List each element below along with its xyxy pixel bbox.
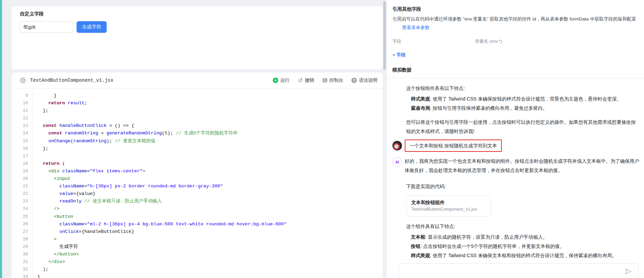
code-line: 17 — [12, 153, 383, 160]
run-button[interactable]: 运行 — [273, 77, 290, 83]
component-file-card[interactable]: 文本和按钮组件 TextAndButtonComponent_v1.jsx — [406, 195, 491, 216]
code-editor-header: TextAndButtonComponent_v1.jsx 运行 ↺ 撤销 控制… — [12, 72, 383, 89]
custom-field-label: 自定义字段 — [20, 11, 375, 17]
console-button[interactable]: 控制台 — [322, 77, 344, 83]
ai-message-row: AI 好的，我将为您实现一个包含文本框和按钮的组件。按钮点击时会随机生成字符并填… — [392, 157, 640, 175]
line-number: 12 — [12, 115, 32, 122]
mock-data-title: 模拟数据 — [392, 67, 638, 73]
code-line: 12 — [12, 115, 383, 122]
ai-message-bullet: 紧凑布局: 按钮与引用字段保持紧凑的横向布局，避免过多留白。 — [411, 104, 640, 113]
syntax-help-button[interactable]: ? 语法说明 — [351, 77, 377, 83]
undo-icon: ↺ — [298, 78, 303, 83]
chat-composer — [399, 263, 639, 278]
fields-table-header: 字段 变量名 (env.*) — [392, 38, 638, 44]
line-number: 17 — [12, 153, 32, 160]
line-number: 16 — [12, 145, 32, 153]
line-number: 31 — [12, 258, 32, 266]
line-number: 33 — [12, 273, 32, 278]
ai-message-features-intro: 这个组件具有以下特点: — [406, 222, 640, 231]
code-line: 13 const handleButtonClick = () => { — [12, 122, 383, 130]
line-number: 26 — [12, 221, 32, 228]
line-number: 10 — [12, 100, 32, 107]
code-line: 25 <button — [12, 213, 383, 221]
line-number: 19 — [12, 168, 32, 175]
custom-field-card: 自定义字段 生成字符 — [12, 6, 383, 69]
question-icon: ? — [351, 78, 357, 83]
column-variable: 变量名 (env.*) — [475, 38, 502, 44]
line-number: 21 — [12, 183, 32, 190]
code-line: 14 const randomString = generateRandomSt… — [12, 130, 383, 137]
line-number: 30 — [12, 251, 32, 258]
line-number: 22 — [12, 190, 32, 198]
code-line: 33} — [12, 273, 383, 278]
undo-button[interactable]: ↺ 撤销 — [298, 77, 314, 83]
line-number: 13 — [12, 122, 32, 130]
code-line: 32 ); — [12, 266, 383, 273]
code-line: 19 <div className="flex items-center"> — [12, 168, 383, 175]
add-field-button[interactable]: + 字段 — [392, 52, 638, 58]
code-line: 15 onChange(randomString); // 更新文本框的值 — [12, 137, 383, 145]
code-line: 23 readOnly // 使文本框只读，防止用户手动输入 — [12, 198, 383, 205]
line-number: 20 — [12, 175, 32, 183]
code-line: 22 value={value} — [12, 190, 383, 198]
line-number: 27 — [12, 228, 32, 236]
column-field: 字段 — [392, 39, 401, 44]
code-line: 28 > — [12, 236, 383, 243]
line-number: 11 — [12, 107, 32, 115]
generate-chars-button[interactable]: 生成字符 — [77, 21, 107, 33]
ai-message-bullet: 文本框: 显示生成的随机字符，设置为只读，防止用户手动输入。 — [411, 233, 640, 242]
line-number: 28 — [12, 236, 32, 243]
ai-message-bullet: 样式美观: 使用了 Tailwind CSS 来确保文本框和按钮的样式符合设计规… — [411, 251, 640, 260]
line-number: 23 — [12, 198, 32, 205]
line-number: 29 — [12, 243, 32, 251]
code-filename: TextAndButtonComponent_v1.jsx — [30, 78, 113, 83]
code-line: 30 </button> — [12, 251, 383, 258]
chat-input[interactable] — [403, 266, 622, 278]
send-icon[interactable] — [625, 268, 632, 277]
code-line: 9 } — [12, 92, 383, 100]
code-line: 21 className="h-[36px] px-2 border round… — [12, 183, 383, 190]
reference-fields-description: 引用后可以在代码中通过环境参数 "env.变量名" 获取其他字段的控件 id，再… — [392, 16, 638, 23]
left-accent-strip — [0, 0, 2, 278]
ai-message-code-intro: 下面是实现的代码: — [406, 182, 640, 191]
code-line: 24 /> — [12, 205, 383, 213]
custom-field-input[interactable] — [20, 21, 73, 33]
code-line: 27 onClick={handleButtonClick} — [12, 228, 383, 236]
code-editor-card: TextAndButtonComponent_v1.jsx 运行 ↺ 撤销 控制… — [12, 72, 383, 278]
line-number: 15 — [12, 137, 32, 145]
ai-message-outro: 您可以将这个按钮与引用字段一起使用，点击按钮时可以执行您定义的操作。如果您有其他… — [406, 118, 640, 136]
code-line: 16 }; — [12, 145, 383, 153]
line-number: 32 — [12, 266, 32, 273]
code-line: 10 return result; — [12, 100, 383, 107]
view-form-params-link[interactable]: 查看表单参数 — [402, 25, 430, 31]
code-line: 31 </div> — [12, 258, 383, 266]
component-card-filename: TextAndButtonComponent_v1.jsx — [411, 206, 486, 213]
play-icon — [273, 78, 278, 83]
line-number: 18 — [12, 160, 32, 168]
react-atom-icon — [19, 77, 27, 84]
code-line: 11 }; — [12, 107, 383, 115]
svg-text:?: ? — [353, 79, 355, 82]
line-number: 24 — [12, 205, 32, 213]
vertical-scrollbar[interactable] — [383, 1, 386, 70]
ai-message-bullet: 按钮: 点击按钮时会生成一个5个字符的随机字符串，并更新文本框的值。 — [411, 242, 640, 251]
reference-fields-title: 引用其他字段 — [392, 6, 638, 12]
code-line: 26 className="ml-2 h-[36px] px-4 bg-blue… — [12, 221, 383, 228]
right-panel: 引用其他字段 引用后可以在代码中通过环境参数 "env.变量名" 获取其他字段的… — [387, 0, 644, 278]
code-line: 20 <input — [12, 175, 383, 183]
user-avatar — [392, 141, 402, 150]
line-number: 14 — [12, 130, 32, 137]
component-card-title: 文本和按钮组件 — [411, 199, 486, 206]
ai-avatar: AI — [392, 157, 402, 167]
line-number: 25 — [12, 213, 32, 221]
ai-message-intro: 这个按钮组件具有以下特点: — [406, 84, 640, 93]
code-lines[interactable]: 9 }10 return result;11 };1213 const hand… — [12, 89, 383, 278]
console-icon — [322, 78, 327, 83]
ai-message-paragraph: 好的，我将为您实现一个包含文本框和按钮的组件。按钮点击时会随机生成字符并填入文本… — [405, 157, 640, 175]
user-message-row: 一个文本和按钮 按钮随机生成字符到文本 — [392, 140, 640, 152]
code-line: 29 生成字符 — [12, 243, 383, 251]
line-number: 9 — [12, 92, 32, 100]
ai-message-bullet: 样式美观: 使用了 Tailwind CSS 来确保按钮的样式符合设计规范，背景… — [411, 94, 640, 104]
user-message-annotated: 一个文本和按钮 按钮随机生成字符到文本 — [405, 140, 502, 152]
chat-area: 这个按钮组件具有以下特点: 样式美观: 使用了 Tailwind CSS 来确保… — [387, 78, 644, 274]
